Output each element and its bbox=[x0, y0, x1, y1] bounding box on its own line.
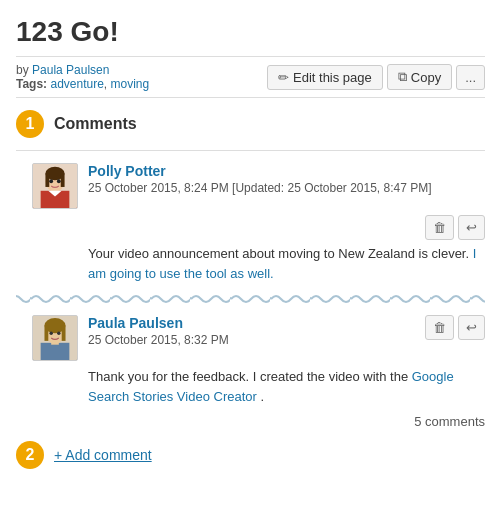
comment-polly-header: Polly Potter 25 October 2015, 8:24 PM [U… bbox=[32, 163, 485, 209]
edit-button-label: Edit this page bbox=[293, 70, 372, 85]
page-title: 123 Go! bbox=[16, 16, 485, 48]
svg-rect-15 bbox=[44, 326, 48, 341]
comment-paula-text-part2: . bbox=[260, 389, 264, 404]
comment-paula: Paula Paulsen 25 October 2015, 8:32 PM 🗑… bbox=[32, 315, 485, 406]
comment-polly-actions: 🗑 ↩ bbox=[32, 215, 485, 240]
comment-paula-header: Paula Paulsen 25 October 2015, 8:32 PM 🗑… bbox=[32, 315, 485, 361]
author-link[interactable]: Paula Paulsen bbox=[32, 63, 109, 77]
meta-bar: by Paula Paulsen Tags: adventure, moving… bbox=[16, 56, 485, 98]
pencil-icon bbox=[278, 70, 289, 85]
tags-label: Tags: bbox=[16, 77, 47, 91]
comment-paula-meta: Paula Paulsen 25 October 2015, 8:32 PM bbox=[88, 315, 415, 347]
svg-point-7 bbox=[49, 179, 53, 183]
avatar-paula bbox=[32, 315, 78, 361]
delete-comment-polly-button[interactable]: 🗑 bbox=[425, 215, 454, 240]
copy-icon bbox=[398, 69, 407, 85]
delete-comment-paula-button[interactable]: 🗑 bbox=[425, 315, 454, 340]
meta-actions: Edit this page Copy ... bbox=[267, 64, 485, 90]
reply-comment-paula-button[interactable]: ↩ bbox=[458, 315, 485, 340]
add-comment-section: 2 + Add comment bbox=[16, 441, 485, 469]
svg-rect-11 bbox=[41, 343, 70, 360]
comment-polly: Polly Potter 25 October 2015, 8:24 PM [U… bbox=[32, 163, 485, 283]
comment-polly-text: Your video announcement about moving to … bbox=[32, 244, 485, 283]
comments-title: Comments bbox=[54, 115, 137, 133]
edit-page-button[interactable]: Edit this page bbox=[267, 65, 383, 90]
tag-adventure[interactable]: adventure bbox=[50, 77, 103, 91]
comment-paula-actions: 🗑 ↩ bbox=[425, 315, 485, 340]
comment-polly-meta: Polly Potter 25 October 2015, 8:24 PM [U… bbox=[88, 163, 485, 195]
comments-section: Polly Potter 25 October 2015, 8:24 PM [U… bbox=[16, 150, 485, 429]
reply-comment-polly-button[interactable]: ↩ bbox=[458, 215, 485, 240]
comment-date-paula: 25 October 2015, 8:32 PM bbox=[88, 333, 415, 347]
svg-rect-5 bbox=[45, 174, 49, 187]
comment-paula-text: Thank you for the feedback. I created th… bbox=[32, 367, 485, 406]
avatar-polly bbox=[32, 163, 78, 209]
svg-point-17 bbox=[49, 331, 52, 334]
copy-button-label: Copy bbox=[411, 70, 441, 85]
author-by-label: by bbox=[16, 63, 29, 77]
wavy-divider bbox=[16, 291, 485, 307]
svg-point-18 bbox=[57, 331, 60, 334]
comment-date-polly: 25 October 2015, 8:24 PM [Updated: 25 Oc… bbox=[88, 181, 485, 195]
svg-rect-6 bbox=[61, 174, 65, 187]
more-button[interactable]: ... bbox=[456, 65, 485, 90]
tag-moving[interactable]: moving bbox=[111, 77, 150, 91]
commenter-name-polly: Polly Potter bbox=[88, 163, 485, 179]
comment-polly-text-part1: Your video announcement about moving to … bbox=[88, 246, 469, 261]
svg-rect-16 bbox=[62, 326, 66, 341]
comments-section-header: 1 Comments bbox=[16, 110, 485, 138]
meta-left: by Paula Paulsen Tags: adventure, moving bbox=[16, 63, 149, 91]
svg-point-8 bbox=[57, 179, 61, 183]
comment-paula-text-part1: Thank you for the feedback. I created th… bbox=[88, 369, 412, 384]
comments-count: 5 comments bbox=[16, 414, 485, 429]
section-number-2: 2 bbox=[16, 441, 44, 469]
tags-line: Tags: adventure, moving bbox=[16, 77, 149, 91]
section-number-1: 1 bbox=[16, 110, 44, 138]
add-comment-link[interactable]: + Add comment bbox=[54, 447, 152, 463]
commenter-name-paula: Paula Paulsen bbox=[88, 315, 415, 331]
copy-button[interactable]: Copy bbox=[387, 64, 452, 90]
